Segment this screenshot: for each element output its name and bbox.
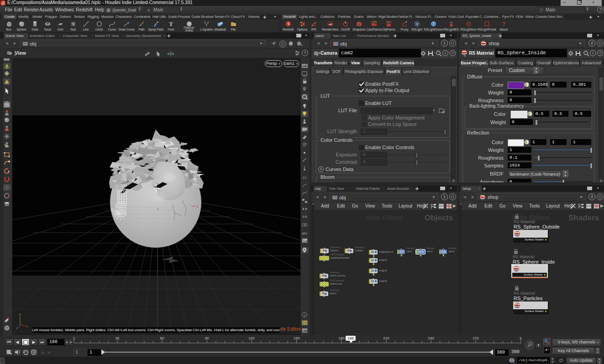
svg-text:y: y <box>19 312 21 316</box>
svg-text:x: x <box>196 204 198 208</box>
svg-text:i: i <box>304 313 305 317</box>
svg-text:z: z <box>157 207 159 211</box>
svg-text:T: T <box>169 21 173 27</box>
svg-text:12: 12 <box>303 176 307 180</box>
svg-text:z: z <box>16 327 18 330</box>
svg-text:x: x <box>26 325 28 328</box>
svg-text:OBJ+: OBJ+ <box>386 21 392 23</box>
svg-text:?: ? <box>502 21 505 27</box>
svg-text:abc: abc <box>302 232 307 235</box>
